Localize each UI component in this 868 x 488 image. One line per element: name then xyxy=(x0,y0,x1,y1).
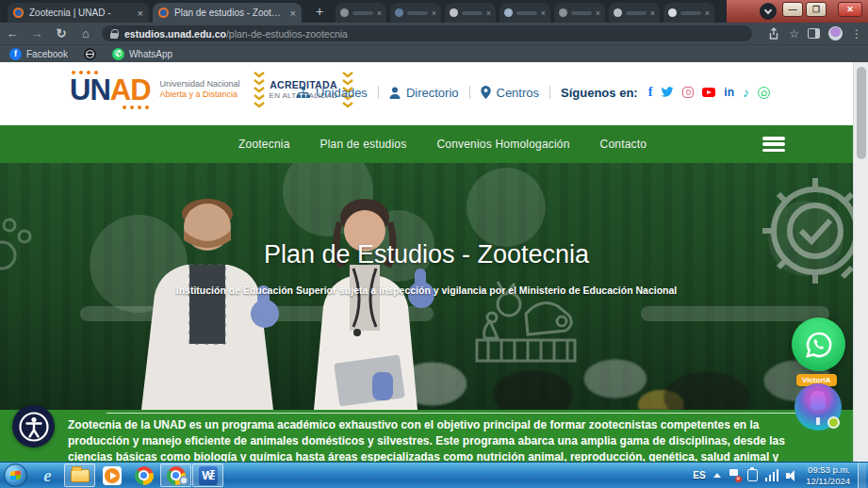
nav-convenios-homologacion[interactable]: Convenios Homologación xyxy=(436,138,569,151)
follow-us-label: Síguenos en: xyxy=(561,86,638,100)
scrollbar-thumb[interactable] xyxy=(857,67,866,159)
taskbar-word[interactable]: W xyxy=(192,464,223,487)
tab-close-icon[interactable]: × xyxy=(138,8,143,19)
link-directorio[interactable]: Directorio xyxy=(389,86,459,100)
nav-plan-de-estudios[interactable]: Plan de estudios xyxy=(320,138,407,151)
browser-tab-small[interactable]: × xyxy=(445,3,496,23)
window-minimize-button[interactable]: — xyxy=(782,2,803,17)
instagram-icon[interactable] xyxy=(682,87,694,98)
divider xyxy=(378,86,379,99)
taskbar-chrome-active[interactable] xyxy=(160,464,191,487)
nav-contacto[interactable]: Contacto xyxy=(600,138,647,151)
sitemap-icon xyxy=(297,87,310,99)
browser-tab-small[interactable]: × xyxy=(554,3,605,23)
social-icons: f in ♪ xyxy=(648,85,770,100)
browser-tab-small[interactable]: × xyxy=(609,3,660,23)
share-icon[interactable] xyxy=(767,27,780,41)
language-indicator[interactable]: ES xyxy=(693,470,705,480)
reload-icon[interactable]: ↻ xyxy=(49,26,74,41)
accessibility-icon xyxy=(18,411,50,443)
taskbar-chrome[interactable] xyxy=(128,464,159,487)
link-label: Centros xyxy=(497,86,540,100)
divider xyxy=(549,86,550,99)
intro-body: de la UNAD es un programa académico exha… xyxy=(68,418,785,462)
page-scrollbar[interactable] xyxy=(853,62,868,462)
youtube-icon[interactable] xyxy=(702,88,715,97)
divider xyxy=(106,413,811,414)
browser-toolbar: ← → ↻ ⌂ estudios.unad.edu.co/plan-de-est… xyxy=(0,23,868,44)
university-name: Universidad Nacional Abierta y a Distanc… xyxy=(160,79,240,101)
ie-icon: e xyxy=(43,465,51,486)
tab-favicon xyxy=(504,8,513,17)
bookmark-facebook[interactable]: f Facebook xyxy=(9,48,68,60)
taskbar-clock[interactable]: 09:53 p.m. 12/11/2024 xyxy=(806,464,850,486)
tab-close-icon[interactable]: × xyxy=(290,8,296,19)
window-close-button[interactable]: ✕ xyxy=(838,2,862,17)
tab-title: Zootecnia | UNAD - xyxy=(29,8,132,18)
menu-kebab-icon[interactable]: ⋮ xyxy=(851,27,862,41)
tab-close-icon[interactable]: × xyxy=(705,8,710,18)
nav-zootecnia[interactable]: Zootecnia xyxy=(238,138,290,151)
tab-close-icon[interactable]: × xyxy=(596,8,600,18)
header-utility-links: Unidades Directorio Centros xyxy=(297,85,770,100)
network-signal-icon[interactable] xyxy=(765,469,779,481)
tab-close-icon[interactable]: × xyxy=(541,8,546,18)
new-tab-button[interactable]: + xyxy=(311,4,328,21)
link-centros[interactable]: Centros xyxy=(481,86,540,100)
decor-circle xyxy=(467,168,546,247)
link-unidades[interactable]: Unidades xyxy=(297,86,368,100)
tab-close-icon[interactable]: × xyxy=(650,8,655,18)
browser-tab-small[interactable]: × xyxy=(663,3,714,23)
window-maximize-button[interactable]: ❐ xyxy=(806,2,827,17)
tray-expand-icon[interactable] xyxy=(713,473,721,478)
linkedin-icon[interactable]: in xyxy=(724,86,734,99)
accessibility-button[interactable] xyxy=(12,405,55,447)
clock-time: 09:53 p.m. xyxy=(806,464,850,475)
browser-tab-small[interactable]: × xyxy=(500,3,550,23)
bookmark-globe[interactable] xyxy=(84,48,96,60)
hamburger-menu-icon[interactable] xyxy=(762,137,785,152)
bookmark-star-icon[interactable]: ☆ xyxy=(789,27,799,41)
volume-icon[interactable] xyxy=(786,470,798,481)
facebook-icon[interactable]: f xyxy=(648,85,653,100)
whatsapp-floating-button[interactable] xyxy=(792,317,845,371)
start-button[interactable] xyxy=(4,464,27,487)
page-title: Plan de Estudios - Zootecnia xyxy=(0,240,853,269)
tab-title xyxy=(407,11,428,15)
twitter-icon[interactable] xyxy=(661,87,674,98)
tab-close-icon[interactable]: × xyxy=(432,8,436,18)
whatsapp-icon[interactable] xyxy=(758,87,770,99)
hero-banner: Plan de Estudios - Zootecnia Institución… xyxy=(0,163,853,410)
tab-search-button[interactable] xyxy=(760,3,777,20)
taskbar-internet-explorer[interactable]: e xyxy=(32,464,63,487)
browser-tab-small[interactable]: × xyxy=(390,3,441,23)
tab-close-icon[interactable]: × xyxy=(486,8,491,18)
folder-icon xyxy=(71,469,90,482)
chrome-icon xyxy=(135,466,154,485)
back-icon[interactable]: ← xyxy=(0,26,25,41)
action-center-flag-icon[interactable] xyxy=(729,469,740,481)
facebook-icon: f xyxy=(9,48,22,60)
profile-avatar[interactable] xyxy=(828,26,843,41)
side-panel-icon[interactable] xyxy=(808,28,820,39)
clipboard-icon[interactable] xyxy=(747,469,758,481)
tab-close-icon[interactable]: × xyxy=(377,8,382,18)
tiktok-icon[interactable]: ♪ xyxy=(743,85,749,100)
whatsapp-icon: ✆ xyxy=(112,48,124,60)
word-icon: W xyxy=(199,466,218,485)
browser-tab-2-active[interactable]: Plan de estudios - Zootecnia - × xyxy=(153,3,302,23)
show-desktop-button[interactable] xyxy=(858,463,866,488)
home-icon[interactable]: ⌂ xyxy=(74,26,98,41)
bookmark-whatsapp[interactable]: ✆ WhatsApp xyxy=(112,48,172,60)
bookmark-label: WhatsApp xyxy=(129,49,172,59)
browser-tab-1[interactable]: Zootecnia | UNAD - × xyxy=(8,3,149,23)
tab-favicon xyxy=(668,8,677,17)
unad-favicon xyxy=(13,8,24,18)
taskbar-media-player[interactable] xyxy=(96,464,127,487)
browser-tab-small[interactable]: × xyxy=(336,3,386,23)
taskbar-file-explorer[interactable] xyxy=(64,464,95,487)
site-header: UNAD Universidad Nacional Abierta y a Di… xyxy=(0,62,853,125)
tab-title xyxy=(462,11,483,15)
address-bar[interactable]: estudios.unad.edu.co/plan-de-estudios-zo… xyxy=(102,25,752,41)
forward-icon[interactable]: → xyxy=(25,26,49,41)
